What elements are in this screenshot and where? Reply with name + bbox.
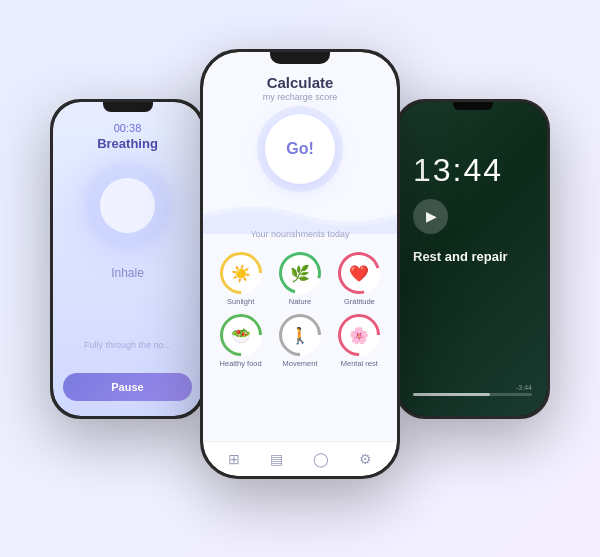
calc-subtitle: my recharge score <box>263 92 338 102</box>
nourishment-food[interactable]: 🥗 Healthy food <box>215 314 266 368</box>
nourishment-mental[interactable]: 🌸 Mental rest <box>334 314 385 368</box>
right-notch <box>453 102 493 110</box>
nourishment-movement[interactable]: 🚶 Movement <box>274 314 325 368</box>
nourishments-grid: ☀️ Sunlight 🌿 Nature ❤️ Gratitude <box>203 244 397 376</box>
left-inhale-text: Inhale <box>111 266 144 280</box>
phone-left-screen: 00:38 Breathing Inhale Fully through the… <box>53 102 202 416</box>
nourishment-gratitude[interactable]: ❤️ Gratitude <box>334 252 385 306</box>
movement-circle: 🚶 <box>270 305 329 364</box>
nav-settings-icon[interactable]: ⚙ <box>359 451 372 467</box>
mental-label: Mental rest <box>341 359 378 368</box>
play-button[interactable]: ▶ <box>413 199 448 234</box>
nourishment-nature[interactable]: 🌿 Nature <box>274 252 325 306</box>
progress-fill <box>413 393 490 396</box>
phone-left: 00:38 Breathing Inhale Fully through the… <box>50 99 205 419</box>
right-time: 13:44 <box>413 152 503 189</box>
mental-emoji: 🌸 <box>349 325 369 344</box>
phone-right: 13:44 ▶ Rest and repair -3:44 <box>395 99 550 419</box>
nav-home-icon[interactable]: ⊞ <box>228 451 240 467</box>
phone-center-screen: Calculate my recharge score Go! Your nou… <box>203 52 397 476</box>
wave-decoration <box>203 194 397 224</box>
go-circle-button[interactable]: Go! <box>265 114 335 184</box>
sunlight-circle: ☀️ <box>211 243 270 302</box>
left-breathing-title: Breathing <box>97 136 158 151</box>
nav-circle-icon[interactable]: ◯ <box>313 451 329 467</box>
left-timer: 00:38 <box>114 122 142 134</box>
phone-center: Calculate my recharge score Go! Your nou… <box>200 49 400 479</box>
play-icon: ▶ <box>426 208 437 224</box>
pause-button[interactable]: Pause <box>63 373 192 401</box>
nature-label: Nature <box>289 297 312 306</box>
sunlight-emoji: ☀️ <box>231 263 251 282</box>
center-notch <box>270 52 330 64</box>
left-breathing-circle <box>83 161 173 251</box>
gratitude-emoji: ❤️ <box>349 263 369 282</box>
sunlight-label: Sunlight <box>227 297 254 306</box>
phone-right-screen: 13:44 ▶ Rest and repair -3:44 <box>398 102 547 416</box>
left-instruction-text: Fully through the no... <box>74 340 181 350</box>
left-circle-inner <box>100 178 155 233</box>
progress-bar <box>413 393 532 396</box>
gratitude-circle: ❤️ <box>331 244 388 301</box>
center-header: Calculate my recharge score <box>263 74 338 102</box>
nature-emoji: 🌿 <box>290 263 310 282</box>
mental-circle: 🌸 <box>330 305 389 364</box>
nourishment-sunlight[interactable]: ☀️ Sunlight <box>215 252 266 306</box>
gratitude-label: Gratitude <box>344 297 375 306</box>
food-circle: 🥗 <box>211 305 270 364</box>
phones-container: 00:38 Breathing Inhale Fully through the… <box>20 19 580 539</box>
nav-list-icon[interactable]: ▤ <box>270 451 283 467</box>
movement-emoji: 🚶 <box>290 325 310 344</box>
left-notch <box>103 102 153 112</box>
progress-time-label: -3:44 <box>516 384 532 391</box>
nature-circle: 🌿 <box>271 244 328 301</box>
go-label: Go! <box>286 140 314 158</box>
rest-title: Rest and repair <box>413 249 508 264</box>
food-emoji: 🥗 <box>231 325 251 344</box>
calc-title: Calculate <box>263 74 338 91</box>
food-label: Healthy food <box>220 359 262 368</box>
bottom-nav: ⊞ ▤ ◯ ⚙ <box>203 441 397 476</box>
movement-label: Movement <box>282 359 317 368</box>
